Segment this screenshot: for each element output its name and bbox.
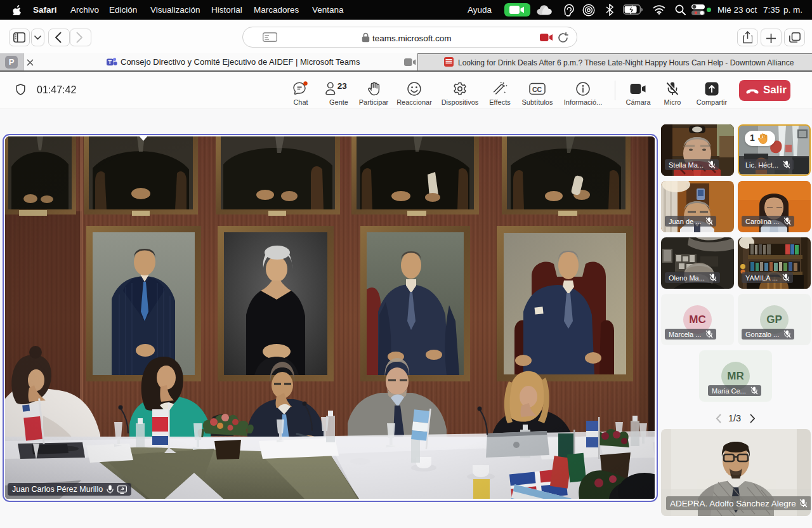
svg-text:23: 23 <box>337 81 348 91</box>
svg-text:CC: CC <box>532 86 542 93</box>
